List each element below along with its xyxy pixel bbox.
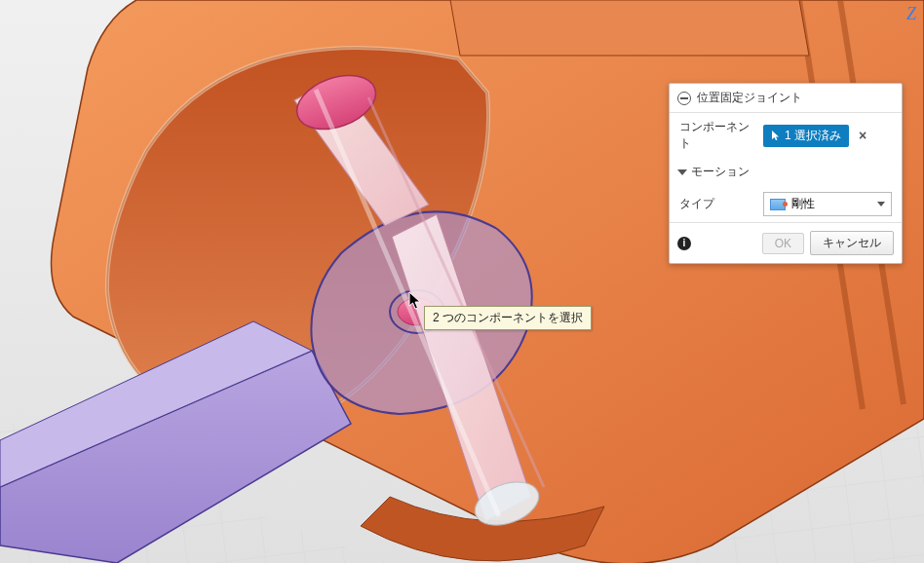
type-label: タイプ xyxy=(679,196,757,212)
chevron-down-icon xyxy=(877,202,885,206)
motion-section-header[interactable]: モーション xyxy=(670,158,902,186)
type-row: タイプ 剛性 xyxy=(670,186,902,222)
dialog-footer: i OK キャンセル xyxy=(670,222,902,263)
cursor-icon xyxy=(771,130,781,141)
tooltip-text: 2 つのコンポーネントを選択 xyxy=(433,311,583,324)
dialog-title: 位置固定ジョイント xyxy=(697,90,802,106)
info-icon[interactable]: i xyxy=(677,237,691,250)
chip-text: 1 選択済み xyxy=(785,128,841,144)
chevron-down-icon xyxy=(677,169,687,175)
rigid-icon xyxy=(770,199,786,210)
component-row: コンポーネント 1 選択済み × xyxy=(670,113,902,158)
cancel-button[interactable]: キャンセル xyxy=(810,231,894,255)
selection-chip[interactable]: 1 選択済み xyxy=(763,125,849,147)
dialog-header[interactable]: 位置固定ジョイント xyxy=(670,84,902,113)
collapse-icon[interactable] xyxy=(677,92,691,105)
axis-z-label: Z xyxy=(906,4,916,24)
ok-button[interactable]: OK xyxy=(762,233,804,254)
joint-type-select[interactable]: 剛性 xyxy=(763,192,892,216)
component-label: コンポーネント xyxy=(679,119,757,152)
clear-selection-button[interactable]: × xyxy=(855,128,870,143)
cad-viewport[interactable]: Z 2 つのコンポーネントを選択 位置固定ジョイント コンポーネント 1 選択済… xyxy=(0,0,924,563)
selection-hint-tooltip: 2 つのコンポーネントを選択 xyxy=(424,306,592,330)
rigid-joint-dialog: 位置固定ジョイント コンポーネント 1 選択済み × モーション タイプ 剛性 xyxy=(669,83,903,264)
motion-section-label: モーション xyxy=(691,164,750,180)
type-value: 剛性 xyxy=(791,196,815,212)
